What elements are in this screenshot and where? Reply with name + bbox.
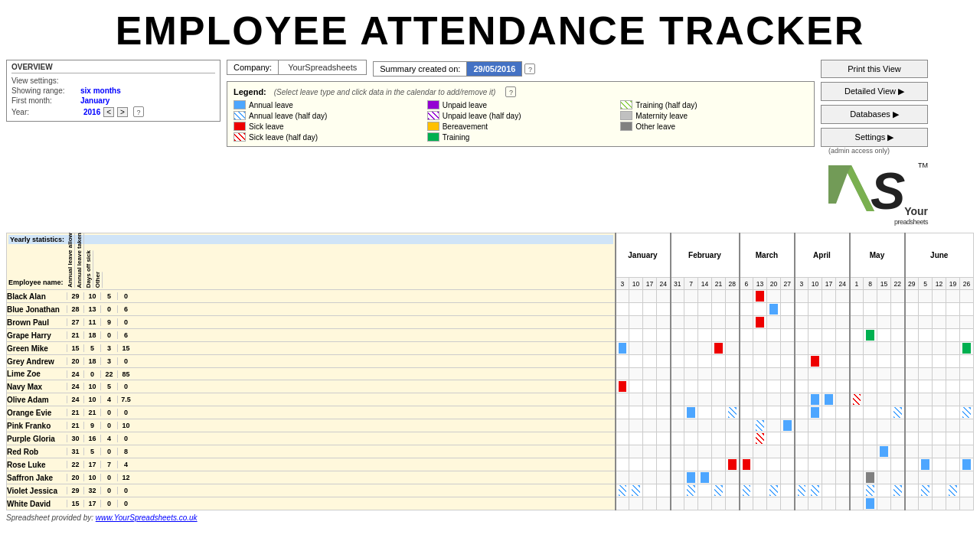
cal-cell[interactable] (919, 406, 933, 419)
cal-cell[interactable] (836, 406, 850, 419)
cal-cell[interactable] (616, 316, 629, 329)
cal-cell[interactable] (657, 368, 671, 380)
cal-cell[interactable] (684, 432, 698, 445)
cal-cell[interactable] (836, 419, 850, 432)
cal-cell[interactable] (740, 316, 753, 329)
cal-cell[interactable] (643, 484, 657, 497)
cal-cell[interactable] (698, 471, 712, 484)
cal-cell[interactable] (960, 484, 974, 497)
cal-cell[interactable] (919, 497, 933, 510)
cal-cell[interactable] (919, 419, 933, 432)
cal-cell[interactable] (919, 458, 933, 471)
cal-cell[interactable] (850, 393, 864, 406)
cal-cell[interactable] (836, 484, 850, 497)
cal-cell[interactable] (616, 484, 629, 497)
cal-cell[interactable] (850, 303, 864, 316)
cal-cell[interactable] (905, 393, 919, 406)
cal-cell[interactable] (671, 316, 684, 329)
cal-cell[interactable] (850, 355, 864, 368)
cal-cell[interactable] (657, 458, 671, 471)
cal-cell[interactable] (684, 497, 698, 510)
cal-cell[interactable] (767, 458, 781, 471)
cal-cell[interactable] (919, 303, 933, 316)
cal-cell[interactable] (684, 471, 698, 484)
legend-item-maternity[interactable]: Maternity leave (620, 111, 808, 120)
cal-cell[interactable] (684, 342, 698, 355)
cal-cell[interactable] (629, 458, 643, 471)
cal-cell[interactable] (919, 471, 933, 484)
cal-cell[interactable] (712, 471, 726, 484)
cal-cell[interactable] (933, 458, 946, 471)
cal-cell[interactable] (836, 329, 850, 342)
cal-cell[interactable] (891, 445, 905, 458)
cal-cell[interactable] (946, 342, 960, 355)
cal-cell[interactable] (698, 355, 712, 368)
cal-cell[interactable] (616, 419, 629, 432)
cal-cell[interactable] (822, 368, 836, 380)
cal-cell[interactable] (726, 303, 740, 316)
cal-cell[interactable] (753, 355, 767, 368)
cal-cell[interactable] (905, 368, 919, 380)
cal-cell[interactable] (712, 380, 726, 393)
cal-cell[interactable] (753, 316, 767, 329)
cal-cell[interactable] (657, 290, 671, 303)
cal-cell[interactable] (767, 380, 781, 393)
legend-item-sick[interactable]: Sick leave (234, 122, 421, 131)
cal-cell[interactable] (643, 316, 657, 329)
cal-cell[interactable] (753, 290, 767, 303)
cal-cell[interactable] (795, 471, 808, 484)
cal-cell[interactable] (808, 342, 822, 355)
cal-cell[interactable] (822, 406, 836, 419)
cal-cell[interactable] (864, 329, 877, 342)
cal-cell[interactable] (822, 380, 836, 393)
cal-cell[interactable] (864, 303, 877, 316)
cal-cell[interactable] (643, 329, 657, 342)
cal-cell[interactable] (808, 368, 822, 380)
cal-cell[interactable] (795, 432, 808, 445)
cal-cell[interactable] (933, 432, 946, 445)
year-help-icon[interactable]: ? (133, 106, 144, 117)
cal-cell[interactable] (629, 484, 643, 497)
cal-cell[interactable] (781, 458, 795, 471)
cal-cell[interactable] (891, 393, 905, 406)
cal-cell[interactable] (864, 355, 877, 368)
cal-cell[interactable] (960, 303, 974, 316)
cal-cell[interactable] (684, 316, 698, 329)
cal-cell[interactable] (946, 393, 960, 406)
cal-cell[interactable] (616, 368, 629, 380)
cal-cell[interactable] (643, 445, 657, 458)
cal-cell[interactable] (657, 329, 671, 342)
cal-cell[interactable] (891, 303, 905, 316)
cal-cell[interactable] (864, 419, 877, 432)
cal-cell[interactable] (891, 419, 905, 432)
cal-cell[interactable] (933, 368, 946, 380)
cal-cell[interactable] (946, 497, 960, 510)
cal-cell[interactable] (629, 316, 643, 329)
cal-cell[interactable] (767, 290, 781, 303)
cal-cell[interactable] (643, 380, 657, 393)
cal-cell[interactable] (753, 432, 767, 445)
cal-cell[interactable] (877, 290, 891, 303)
cal-cell[interactable] (905, 432, 919, 445)
cal-cell[interactable] (657, 432, 671, 445)
cal-cell[interactable] (781, 432, 795, 445)
cal-cell[interactable] (933, 303, 946, 316)
cal-cell[interactable] (877, 497, 891, 510)
cal-cell[interactable] (643, 393, 657, 406)
cal-cell[interactable] (767, 497, 781, 510)
cal-cell[interactable] (657, 406, 671, 419)
cal-cell[interactable] (643, 471, 657, 484)
cal-cell[interactable] (698, 432, 712, 445)
cal-cell[interactable] (877, 393, 891, 406)
cal-cell[interactable] (808, 380, 822, 393)
cal-cell[interactable] (946, 432, 960, 445)
cal-cell[interactable] (933, 471, 946, 484)
cal-cell[interactable] (629, 393, 643, 406)
cal-cell[interactable] (671, 393, 684, 406)
cal-cell[interactable] (767, 303, 781, 316)
cal-cell[interactable] (919, 316, 933, 329)
cal-cell[interactable] (657, 471, 671, 484)
cal-cell[interactable] (657, 342, 671, 355)
cal-cell[interactable] (960, 419, 974, 432)
cal-cell[interactable] (698, 484, 712, 497)
